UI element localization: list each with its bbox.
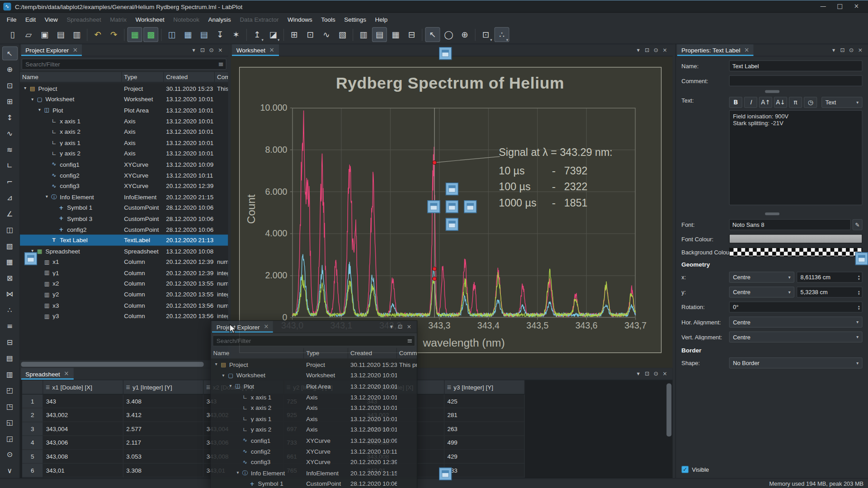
chevron-down-icon[interactable]: ▾ bbox=[220, 373, 226, 378]
import-data-button[interactable]: ↧ bbox=[212, 27, 227, 42]
tree-item-config1[interactable]: ∿config1XYCurve13.12.2020 10:09 bbox=[20, 159, 228, 170]
dock-close-icon[interactable]: × bbox=[660, 47, 670, 53]
dock-drop-indicator-right[interactable] bbox=[855, 252, 868, 265]
chevron-down-icon[interactable]: ▾ bbox=[235, 470, 241, 475]
tab-close-icon[interactable]: × bbox=[73, 47, 78, 54]
plot-title[interactable]: Rydberg Spectrum of Helium bbox=[278, 74, 622, 92]
tab-close-icon[interactable]: × bbox=[264, 323, 269, 330]
comment-field[interactable] bbox=[729, 75, 863, 86]
add-plot-area-button[interactable]: ⊞ bbox=[287, 27, 302, 42]
undo-button[interactable]: ↶ bbox=[90, 27, 105, 42]
tree-item-config2[interactable]: ∿config2XYCurve13.12.2020 10:11 bbox=[20, 170, 228, 181]
subscript-button[interactable]: A↓ bbox=[774, 97, 787, 108]
tree-item-config2[interactable]: +config2CustomPoint28.12.2020 10:06 bbox=[20, 224, 228, 235]
new-worksheet-button[interactable]: ◫ bbox=[165, 27, 179, 42]
tree-item-info-element[interactable]: ▾ⓘInfo ElementInfoElement20.12.2020 21:1… bbox=[20, 192, 228, 202]
add-barplot-button[interactable]: ◫ bbox=[2, 223, 17, 237]
tree-item-spreadsheet[interactable]: ▾▦SpreadsheetSpreadsheet13.12.2020 10:08 bbox=[20, 246, 228, 257]
cell-r1c2[interactable]: 3.408 bbox=[123, 394, 204, 408]
dock-close-icon[interactable]: × bbox=[856, 47, 865, 53]
add-matrix-button[interactable]: ▦ bbox=[2, 255, 17, 269]
data-extractor-button[interactable]: ✶ bbox=[229, 27, 244, 42]
filter-icon[interactable]: ≡ bbox=[407, 337, 412, 345]
italic-button[interactable]: I bbox=[744, 97, 757, 108]
menu-windows[interactable]: Windows bbox=[283, 14, 316, 24]
add-differentiation-button[interactable]: ⊟ bbox=[2, 335, 17, 349]
cartesian-plot-tools-button[interactable]: ⊡▾ bbox=[478, 27, 493, 42]
save-project-button[interactable]: ▣ bbox=[37, 27, 52, 42]
cell-r4c6[interactable]: 499 bbox=[444, 436, 525, 450]
dock-menu-icon[interactable]: ▾ bbox=[387, 324, 396, 329]
cell-r6c2[interactable]: 3.308 bbox=[123, 464, 204, 478]
search-input[interactable] bbox=[22, 59, 226, 70]
add-xy-curve-button[interactable]: ∿ bbox=[319, 27, 334, 42]
print-preview-button[interactable]: ▥ bbox=[69, 27, 84, 42]
row-header-2[interactable]: 2 bbox=[22, 408, 43, 422]
dock-menu-icon[interactable]: ▾ bbox=[634, 47, 643, 53]
float-tree-item-x-axis-2[interactable]: ∟x axis 2Axis13.12.2020 10:01 bbox=[211, 403, 417, 413]
tree-item-project[interactable]: ▾▤ProjectProject30.11.2020 15:23This pro… bbox=[20, 83, 228, 94]
cell-r3c2[interactable]: 2.577 bbox=[123, 422, 204, 436]
float-tree-item-x-axis-1[interactable]: ∟x axis 1Axis13.12.2020 10:01 bbox=[211, 392, 417, 403]
dock-float-icon[interactable]: ⊡ bbox=[643, 371, 652, 376]
horizontal-scrollbar[interactable] bbox=[21, 362, 226, 367]
select-and-edit-button[interactable]: ↖ bbox=[2, 47, 17, 61]
float-tree-item-worksheet[interactable]: ▾▢WorksheetWorksheet13.12.2020 10:01 bbox=[211, 370, 417, 381]
vertical-layout-button[interactable]: ▥ bbox=[356, 27, 371, 42]
maximize-button[interactable]: □ bbox=[831, 1, 848, 12]
menu-tools[interactable]: Tools bbox=[317, 14, 340, 24]
dock-menu-icon[interactable]: ▾ bbox=[634, 371, 643, 376]
add-legend-button[interactable]: ⌐ bbox=[2, 175, 17, 189]
apply-action-button[interactable]: ∴▾ bbox=[494, 27, 509, 42]
background-colour-swatch[interactable] bbox=[729, 247, 863, 257]
row-header-4[interactable]: 4 bbox=[22, 436, 43, 450]
cell-r4c1[interactable]: 343,006 bbox=[43, 436, 124, 450]
add-integration-button[interactable]: ▤ bbox=[2, 352, 17, 366]
tree-item-x-axis-2[interactable]: ∟x axis 2Axis13.12.2020 10:01 bbox=[20, 127, 228, 137]
menu-notebook[interactable]: Notebook bbox=[169, 14, 204, 24]
tab-properties[interactable]: Properties: Text Label × bbox=[677, 44, 754, 56]
menu-data-extractor[interactable]: Data Extractor bbox=[236, 14, 283, 24]
splitter-handle[interactable] bbox=[765, 90, 779, 93]
dock-drop-indicator-center-down[interactable] bbox=[446, 218, 458, 230]
zoom-select-button[interactable]: ⊡ bbox=[2, 79, 17, 93]
new-matrix-button[interactable]: ▤ bbox=[197, 27, 212, 42]
grid-layout-button[interactable]: ▦ bbox=[388, 27, 403, 42]
redo-button[interactable]: ↷ bbox=[106, 27, 121, 42]
dock-close-icon[interactable]: × bbox=[216, 47, 225, 53]
cell-r2c6[interactable]: 281 bbox=[444, 408, 525, 422]
tab-close-icon[interactable]: × bbox=[269, 47, 274, 54]
label-text-editor[interactable]: Field ionisation: 900V Stark splitting: … bbox=[729, 110, 863, 206]
float-tree-item-info-element[interactable]: ▾ⓘInfo ElementInfoElement20.12.2020 21:1… bbox=[211, 468, 417, 479]
add-xy-curve-button[interactable]: ∿ bbox=[2, 127, 17, 141]
float-tree-item-config1[interactable]: ∿config1XYCurve13.12.2020 10:09 bbox=[211, 435, 417, 446]
add-boxplot-button[interactable]: ∠ bbox=[2, 207, 17, 221]
pan-button[interactable]: ↕ bbox=[2, 111, 17, 125]
tree-item-worksheet[interactable]: ▾▢WorksheetWorksheet13.12.2020 10:01 bbox=[20, 94, 228, 105]
info-element-label[interactable]: Signal at λ = 343.29 nm: 10 µs-7392 100 … bbox=[499, 146, 613, 211]
add-plot-button[interactable]: ⊞ bbox=[2, 94, 17, 108]
cell-r2c1[interactable]: 343,002 bbox=[43, 408, 124, 422]
x-position-spinbox[interactable]: 8,61136 cm▴▾ bbox=[797, 272, 863, 282]
tree-item-y2[interactable]: ▥y2Column20.12.2020 13:55integer da bbox=[20, 289, 228, 300]
add-correlation-button[interactable]: ◳ bbox=[2, 399, 17, 413]
navigate-mode-button[interactable]: ◯ bbox=[441, 27, 456, 42]
float-tree-item-y-axis-1[interactable]: ∟y axis 1Axis13.12.2020 10:01 bbox=[211, 413, 417, 424]
dock-pin-icon[interactable]: ⊙ bbox=[651, 371, 660, 376]
tree-item-y-axis-1[interactable]: ∟y axis 1Axis13.12.2020 10:01 bbox=[20, 137, 228, 148]
column-header-6[interactable]: ≣y3 [Integer] [Y] bbox=[444, 380, 525, 394]
sheet-corner[interactable] bbox=[22, 380, 43, 394]
add-histogram-button[interactable]: ⊿ bbox=[2, 191, 17, 205]
tree-item-y1[interactable]: ▥y1Column20.12.2020 12:39integer da bbox=[20, 267, 228, 278]
tree-item-symbol-3[interactable]: +Symbol 3CustomPoint28.12.2020 10:06 bbox=[20, 213, 228, 224]
cell-r5c6[interactable]: 429 bbox=[444, 450, 525, 464]
add-image-button[interactable]: ▧ bbox=[2, 239, 17, 253]
y-anchor-combobox[interactable]: Centre▾ bbox=[729, 286, 794, 297]
tab-close-icon[interactable]: × bbox=[64, 370, 69, 377]
tree-item-y3[interactable]: ▥y3Column20.12.2020 13:56integer da bbox=[20, 311, 228, 322]
zoom-fit-selection-button[interactable]: ▦ bbox=[127, 27, 142, 42]
dock-float-icon[interactable]: ⊡ bbox=[838, 47, 847, 53]
add-data-reduction-button[interactable]: ≡ bbox=[2, 319, 17, 333]
filter-icon[interactable]: ≡ bbox=[218, 60, 223, 68]
vertical-alignment-combobox[interactable]: Centre▾ bbox=[729, 331, 863, 342]
